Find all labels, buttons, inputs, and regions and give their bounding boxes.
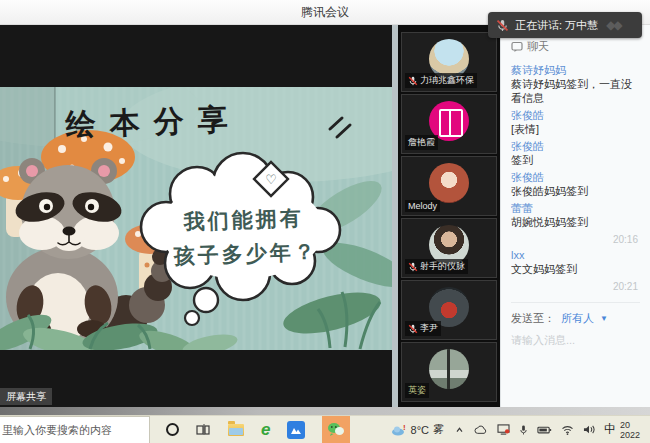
- cortana-icon: [166, 423, 179, 436]
- cortana-button[interactable]: [166, 423, 179, 436]
- weather-cloud-icon: !: [391, 424, 407, 436]
- chat-panel: 聊天 蔡诗妤妈妈 蔡诗妤妈妈签到，一直没看信息 张俊皓 [表情] 张俊皓 签到 …: [500, 25, 650, 407]
- chat-message: 张俊皓妈妈签到: [511, 184, 640, 198]
- send-to-label: 发送至：: [511, 311, 555, 326]
- chat-divider: [511, 302, 640, 303]
- window-bottom-strip: [0, 407, 650, 415]
- speaking-indicator-text: 正在讲话: 万中慧: [515, 18, 598, 33]
- display-notification-icon[interactable]: [497, 424, 510, 435]
- file-explorer-button[interactable]: [228, 424, 244, 436]
- bubble-tail-puff: [194, 288, 218, 312]
- participant-name: 英姿: [408, 384, 426, 397]
- participant-name: 力珃兆鑫环保: [420, 74, 474, 87]
- chat-sender-name: 蕾蕾: [511, 201, 640, 215]
- chat-sender-name: 张俊皓: [511, 108, 640, 122]
- participant-name-chip: 英姿: [405, 383, 429, 398]
- participant-tile[interactable]: Melody: [401, 156, 497, 216]
- windows-taskbar: e ! 8°C 雾: [0, 415, 650, 443]
- speaking-mic-icon: [496, 19, 509, 32]
- speaker-icon[interactable]: [583, 424, 595, 435]
- chat-bubble-icon: [511, 41, 523, 53]
- chat-message-list[interactable]: 蔡诗妤妈妈 蔡诗妤妈妈签到，一直没看信息 张俊皓 [表情] 张俊皓 签到 张俊皓…: [511, 60, 640, 298]
- participant-name-chip: 射手的仪脉: [405, 259, 468, 274]
- chat-timestamp: 20:16: [511, 234, 638, 245]
- clock-time: 20: [620, 420, 650, 430]
- slide-title: 绘本分享: [64, 102, 242, 141]
- participant-name: 李尹: [420, 322, 438, 335]
- file-explorer-icon: [228, 424, 244, 436]
- wifi-icon[interactable]: [561, 425, 574, 435]
- chat-message: 文文妈妈签到: [511, 262, 640, 276]
- participant-name-chip: 李尹: [405, 321, 441, 336]
- ime-indicator[interactable]: 中: [604, 421, 616, 438]
- weather-temp: 8°C: [411, 424, 429, 436]
- task-view-button[interactable]: [196, 423, 211, 436]
- cloud-sync-icon[interactable]: [474, 425, 488, 435]
- bubble-text-line1: 我们能拥有: [182, 206, 304, 233]
- muted-mic-icon: [408, 262, 418, 272]
- chat-message: 蔡诗妤妈妈签到，一直没看信息: [511, 77, 640, 105]
- weather-condition: 雾: [433, 422, 444, 437]
- participant-name: 詹艳霞: [408, 136, 435, 149]
- taskbar-clock[interactable]: 20 2022: [620, 420, 650, 440]
- task-view-icon: [196, 423, 211, 436]
- taskbar-weather[interactable]: ! 8°C 雾: [391, 422, 444, 437]
- tencent-meeting-window: 腾讯会议: [0, 0, 650, 443]
- avatar: [429, 349, 469, 389]
- internet-explorer-icon: e: [261, 421, 270, 438]
- send-to-row: 发送至： 所有人 ▼: [511, 311, 640, 326]
- participant-tile[interactable]: 射手的仪脉: [401, 218, 497, 278]
- wechat-icon: [327, 422, 345, 437]
- participant-name-chip: Melody: [405, 200, 440, 212]
- microphone-tray-icon[interactable]: [519, 424, 528, 436]
- participant-name: 射手的仪脉: [420, 260, 465, 273]
- shared-screen-area[interactable]: ♡ 我们能拥有 孩子多少年？ 绘本分享 屏幕共享: [0, 25, 392, 407]
- participant-tile[interactable]: 詹艳霞: [401, 94, 497, 154]
- muted-mic-icon: [408, 324, 418, 334]
- participant-tile[interactable]: 英姿: [401, 342, 497, 402]
- clock-date: 2022: [620, 430, 650, 440]
- window-title: 腾讯会议: [301, 4, 349, 21]
- meeting-app-button[interactable]: [287, 421, 305, 439]
- chat-message: [表情]: [511, 122, 640, 136]
- wechat-button[interactable]: [322, 416, 350, 443]
- chat-sender-name: 张俊皓: [511, 139, 640, 153]
- avatar: [429, 163, 469, 203]
- meeting-app-icon: [287, 421, 305, 439]
- screen-share-badge: 屏幕共享: [0, 388, 52, 405]
- chat-sender-name: 100。: [511, 295, 640, 298]
- presentation-slide: ♡ 我们能拥有 孩子多少年？ 绘本分享: [0, 87, 392, 350]
- chat-header: 聊天: [511, 39, 640, 54]
- internet-explorer-button[interactable]: e: [261, 421, 270, 438]
- chevron-down-icon[interactable]: ▼: [600, 314, 608, 323]
- participant-name-chip: 力珃兆鑫环保: [405, 73, 477, 88]
- chat-message: 签到: [511, 153, 640, 167]
- chat-message-input[interactable]: [511, 334, 639, 346]
- watermark: ◆◆: [606, 18, 620, 32]
- chat-sender-name: 张俊皓: [511, 170, 640, 184]
- participant-tile[interactable]: 李尹: [401, 280, 497, 340]
- speaking-indicator-toast: 正在讲话: 万中慧 ◆◆: [488, 12, 642, 38]
- taskbar-search-input[interactable]: [0, 416, 150, 443]
- battery-icon[interactable]: [537, 425, 552, 435]
- send-to-dropdown[interactable]: 所有人: [561, 311, 594, 326]
- muted-mic-icon: [408, 76, 418, 86]
- chat-sender-name: 蔡诗妤妈妈: [511, 63, 640, 77]
- show-hidden-icons-button[interactable]: [454, 425, 465, 435]
- chat-timestamp: 20:21: [511, 281, 638, 292]
- weather-alert-icon: !: [403, 424, 406, 432]
- participant-name: Melody: [408, 201, 437, 211]
- participant-list: 力珃兆鑫环保 詹艳霞 Melody 射手的仪脉: [398, 25, 500, 407]
- participant-name-chip: 詹艳霞: [405, 135, 438, 150]
- heart-icon: ♡: [265, 172, 277, 187]
- chat-header-label: 聊天: [527, 39, 549, 54]
- chat-message: 胡婉悦妈妈签到: [511, 215, 640, 229]
- participant-tile[interactable]: 力珃兆鑫环保: [401, 32, 497, 92]
- chat-sender-name: lxx: [511, 248, 640, 262]
